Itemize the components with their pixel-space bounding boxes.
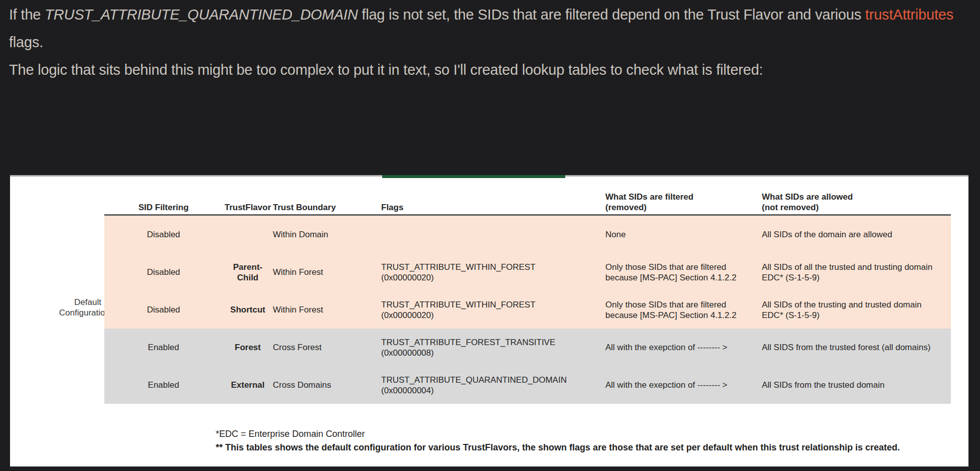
cell-trust-boundary: Within Forest [273,267,368,277]
trustattributes-link[interactable]: trustAttributes [865,7,953,23]
cell-sid-filtering: Disabled [104,267,223,277]
footnote-edc: *EDC = Enterprise Domain Controller [216,427,900,441]
intro-text: If the TRUST_ATTRIBUTE_QUARANTINED_DOMAI… [9,1,970,84]
cell-flags: TRUST_ATTRIBUTE_WITHIN_FOREST (0x0000002… [368,299,591,321]
header-flags: Flags [368,202,591,213]
cell-trustflavor: External [223,380,273,390]
cell-sids-filtered: Only those SIDs that are filtered becaus… [591,299,748,321]
header-sids-allowed: What SIDs are allowed (not removed) [748,192,951,213]
header-trust-boundary: Trust Boundary [273,202,368,213]
cell-trust-boundary: Within Domain [273,229,368,240]
cell-sid-filtering: Disabled [104,304,223,315]
intro-p1-middle: flag is not set, the SIDs that are filte… [358,7,865,23]
intro-p1-suffix: flags. [9,34,43,50]
cell-sids-allowed: All SIDs of the domain are allowed [748,229,951,240]
cell-sids-filtered: None [591,229,748,240]
cell-sids-allowed: All SIDS from the trusted forest (all do… [748,342,951,353]
table-row: Disabled Within Domain None All SIDs of … [104,216,951,253]
cell-trust-boundary: Cross Domains [273,380,368,390]
table-row: Enabled External Cross Domains TRUST_ATT… [104,366,951,404]
intro-p1-prefix: If the [9,7,45,23]
cell-sids-filtered: Only those SIDs that are filtered becaus… [591,262,748,283]
cell-flags: TRUST_ATTRIBUTE_FOREST_TRANSITIVE (0x000… [368,337,591,358]
cell-flags: TRUST_ATTRIBUTE_WITHIN_FOREST (0x0000002… [368,262,591,283]
cell-trustflavor: Forest [223,342,273,353]
intro-paragraph-2: The logic that sits behind this might be… [9,56,970,84]
footnote-default-config: ** This tables shows the default configu… [216,441,900,454]
cell-sids-allowed: All SIDs of all the trusted and trusting… [748,262,951,283]
header-trustflavor: TrustFlavor [223,202,273,213]
header-sid-filtering: SID Filtering [104,202,223,213]
cell-sids-filtered: All with the exepction of -------- > [591,342,748,353]
cell-sids-allowed: All SIDs from the trusted domain [748,380,951,390]
cell-trust-boundary: Cross Forest [273,342,368,353]
cell-sids-filtered: All with the exepction of -------- > [591,380,748,390]
cell-sid-filtering: Enabled [104,342,223,353]
flag-name-italic: TRUST_ATTRIBUTE_QUARANTINED_DOMAIN [45,7,358,23]
table-header-row: SID Filtering TrustFlavor Trust Boundary… [104,177,951,216]
intro-paragraph-1: If the TRUST_ATTRIBUTE_QUARANTINED_DOMAI… [9,1,970,56]
cell-trustflavor: Parent-Child [223,262,273,283]
cell-flags: TRUST_ATTRIBUTE_QUARANTINED_DOMAIN (0x00… [368,375,591,396]
table-image-panel: Default Configuration** SID Filtering Tr… [10,175,968,466]
table-row: Enabled Forest Cross Forest TRUST_ATTRIB… [104,329,951,366]
cell-sids-allowed: All SIDs of the trusting and trusted dom… [748,299,951,321]
cell-trust-boundary: Within Forest [273,304,368,315]
table-footnotes: *EDC = Enterprise Domain Controller ** T… [216,427,900,454]
cell-trustflavor: Shortcut [223,304,273,315]
cell-sid-filtering: Enabled [104,380,223,390]
header-sids-filtered: What SIDs are filtered (removed) [591,192,748,213]
cell-sid-filtering: Disabled [104,229,223,240]
sid-filtering-table: SID Filtering TrustFlavor Trust Boundary… [104,177,951,404]
table-row: Disabled Shortcut Within Forest TRUST_AT… [104,291,951,329]
table-row: Disabled Parent-Child Within Forest TRUS… [104,253,951,291]
